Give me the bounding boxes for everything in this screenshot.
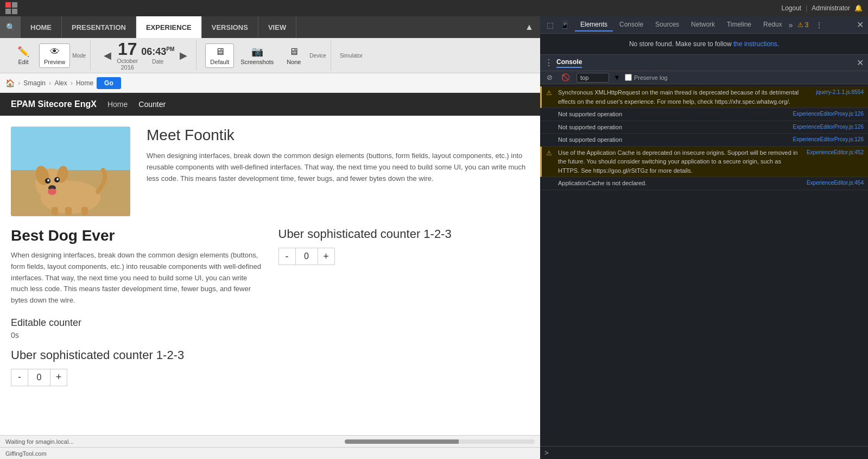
svg-point-11 — [48, 188, 56, 195]
info-icon-6 — [546, 179, 554, 188]
editable-counter-value: 0s — [11, 331, 262, 339]
svg-rect-14 — [81, 207, 88, 215]
default-device-icon: 🖥 — [215, 46, 225, 58]
devtools-tab-elements[interactable]: Elements — [575, 18, 613, 32]
console-msg-text-6: ApplicationCache is not declared. — [558, 179, 802, 188]
console-title: Console — [556, 58, 582, 68]
left-counter-widget: - 0 + — [11, 369, 262, 386]
console-filter-input[interactable] — [576, 73, 609, 83]
console-filter-arrow[interactable]: ▼ — [613, 73, 620, 81]
search-button[interactable]: 🔍 — [0, 16, 21, 38]
console-msg-link-5[interactable]: ExperienceEditor.js:452 — [807, 148, 864, 175]
site-nav-home[interactable]: Home — [107, 100, 128, 109]
date-time: 06:43PM — [141, 46, 174, 58]
console-message-2: Not supported operation ExperienceEditor… — [540, 108, 868, 121]
hero-description: When designing interfaces, break down th… — [147, 150, 529, 184]
devtools-tabs: ⬚ 📱 Elements Console Sources Network Tim… — [540, 16, 868, 34]
edit-button[interactable]: ✏️ Edit — [10, 43, 37, 67]
preview-button[interactable]: 👁 Preview — [39, 43, 70, 68]
collapse-nav-icon[interactable]: ▲ — [524, 22, 535, 33]
info-icon-3 — [546, 123, 554, 132]
breadcrumb-smagin[interactable]: Smagin — [23, 79, 46, 87]
browser-topbar-right: Logout | Administrator 🔔 — [781, 4, 863, 12]
devtools-close-button[interactable]: ✕ — [857, 20, 864, 30]
nav-item-view[interactable]: VIEW — [258, 16, 296, 38]
default-device-button[interactable]: 🖥 Default — [205, 43, 234, 68]
nav-item-experience[interactable]: EXPERIENCE — [136, 16, 202, 38]
breadcrumb-go-button[interactable]: Go — [97, 77, 121, 89]
bottom-bar: GiffingTool.com — [0, 447, 540, 459]
preview-icon: 👁 — [50, 46, 60, 58]
instructions-link[interactable]: the instructions — [733, 40, 777, 48]
pipe: | — [806, 4, 807, 12]
devtools-tab-timeline[interactable]: Timeline — [721, 18, 757, 32]
none-label: None — [287, 59, 301, 65]
right-counter-minus-button[interactable]: - — [278, 248, 296, 265]
devtools-inspect-icon[interactable]: ⬚ — [544, 20, 556, 30]
nav-item-presentation[interactable]: PRESENTATION — [62, 16, 136, 38]
date-section: ◀ 17 October2016 06:43PM Date ▶ — [95, 40, 197, 71]
user-icon: 🔔 — [854, 4, 863, 12]
editable-counter-label: Editable counter — [11, 317, 262, 329]
console-messages: ⚠ Synchronous XMLHttpRequest on the main… — [540, 84, 868, 446]
devtools-tab-sources[interactable]: Sources — [650, 18, 685, 32]
console-msg-link-3[interactable]: ExperienceEditorProxy.js:126 — [793, 123, 864, 132]
date-day: 17 — [118, 40, 137, 58]
right-counter-widget: - 0 + — [278, 248, 530, 265]
devtools-icon-row: ⬚ 📱 — [544, 20, 572, 30]
left-counter-plus-button[interactable]: + — [50, 369, 67, 386]
console-msg-link-4[interactable]: ExperienceEditorProxy.js:126 — [793, 135, 864, 144]
console-clear-button[interactable]: 🚫 — [559, 72, 572, 83]
breadcrumb-home[interactable]: Home — [76, 79, 93, 87]
date-next-button[interactable]: ▶ — [178, 47, 189, 64]
console-message-3: Not supported operation ExperienceEditor… — [540, 121, 868, 134]
preserve-log-checkbox[interactable] — [625, 74, 632, 81]
right-counter-value: 0 — [296, 248, 318, 265]
console-input[interactable] — [552, 449, 864, 457]
svg-point-8 — [47, 179, 49, 181]
date-month-year: October2016 — [117, 58, 138, 71]
devtools-options-button[interactable]: ⋮ — [813, 20, 825, 30]
left-counter-minus-button[interactable]: - — [11, 369, 28, 386]
device-label: Device — [309, 53, 326, 59]
info-icon-4 — [546, 135, 554, 144]
none-button[interactable]: 🖥 None — [280, 44, 307, 67]
admin-user: Administrator — [812, 4, 850, 12]
console-options-icon[interactable]: ⋮ — [544, 58, 553, 68]
bottom-url: GiffingTool.com — [0, 450, 52, 457]
home-icon: 🏠 — [5, 79, 15, 87]
nav-item-home[interactable]: HOME — [21, 16, 62, 38]
console-close-button[interactable]: ✕ — [857, 58, 864, 68]
none-device-icon: 🖥 — [289, 46, 299, 58]
site-nav-counter[interactable]: Counter — [138, 100, 166, 109]
devtools-tab-console[interactable]: Console — [614, 18, 649, 32]
warning-triangle-icon-1: ⚠ — [546, 88, 554, 106]
left-sophisticated-title: Uber sophisticated counter 1-2-3 — [11, 348, 262, 362]
console-message-1: ⚠ Synchronous XMLHttpRequest on the main… — [540, 86, 868, 108]
nav-item-versions[interactable]: VERSIONS — [202, 16, 258, 38]
site-brand: EPAM Sitecore EngX — [11, 99, 97, 109]
browser-grid-icon[interactable] — [5, 2, 17, 14]
console-stop-button[interactable]: ⊘ — [544, 72, 555, 83]
preview-label: Preview — [44, 59, 65, 65]
left-col-text: When designing interfaces, break down th… — [11, 250, 262, 306]
cms-nav-right: ▲ — [524, 22, 540, 33]
logout-link[interactable]: Logout — [781, 4, 801, 12]
console-msg-link-1[interactable]: jquery-2.1.1.js:8554 — [816, 88, 864, 106]
preserve-log-label: Preserve log — [634, 74, 668, 81]
devtools-tab-redux[interactable]: Redux — [758, 18, 788, 32]
console-msg-link-2[interactable]: ExperienceEditorProxy.js:126 — [793, 110, 864, 119]
console-msg-link-6[interactable]: ExperienceEditor.js:454 — [807, 179, 864, 188]
devtools-device-icon[interactable]: 📱 — [558, 20, 572, 30]
devtools-more-tabs-icon[interactable]: » — [789, 21, 793, 29]
console-message-5: ⚠ Use of the Application Cache is deprec… — [540, 147, 868, 178]
date-prev-button[interactable]: ◀ — [102, 47, 113, 64]
screenshots-button[interactable]: 📷 Screenshots — [236, 43, 278, 67]
breadcrumb-alex[interactable]: Alex — [54, 79, 67, 87]
svg-point-9 — [56, 178, 59, 180]
right-counter-plus-button[interactable]: + — [318, 248, 335, 265]
date-time-group: 06:43PM Date — [141, 46, 174, 65]
hero-title: Meet Foontik — [147, 127, 529, 144]
devtools-tab-network[interactable]: Network — [686, 18, 720, 32]
console-msg-text-5: Use of the Application Cache is deprecat… — [558, 148, 802, 175]
